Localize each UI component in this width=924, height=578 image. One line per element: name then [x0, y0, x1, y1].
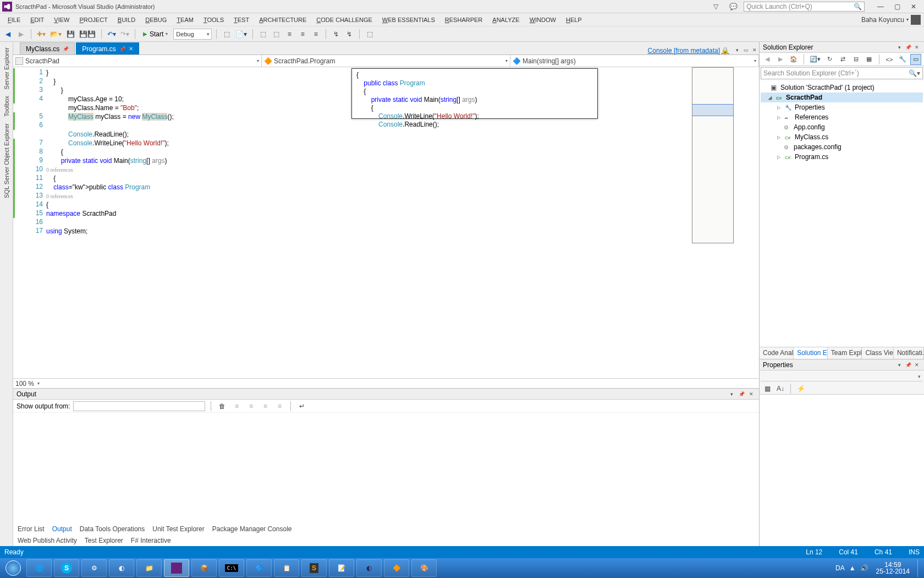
zoom-dropdown[interactable]: 100 % ▾	[13, 378, 759, 388]
nav-class-dropdown[interactable]: 🔶 ScracthPad.Program	[262, 55, 510, 67]
save-button[interactable]: 💾	[65, 29, 76, 40]
rtab-notifications[interactable]: Notificati...	[894, 347, 924, 359]
menu-help[interactable]: HELP	[562, 15, 586, 24]
solution-search-input[interactable]: Search Solution Explorer (Ctrl+´) 🔍▾	[761, 67, 923, 79]
scroll-minimap[interactable]	[692, 67, 734, 243]
output-btn-2[interactable]: ≡	[245, 401, 256, 412]
show-desktop-button[interactable]	[917, 559, 922, 577]
tab-program[interactable]: Program.cs 📌 ✕	[76, 42, 139, 54]
tab-error-list[interactable]: Error List	[18, 525, 45, 533]
se-dropdown-button[interactable]: ▾	[895, 43, 903, 51]
tree-references[interactable]: ▷ References	[761, 112, 923, 122]
taskbar-app-4[interactable]: 📋	[274, 559, 299, 577]
taskbar-app-1[interactable]: ⚙	[81, 559, 107, 577]
output-wrap-button[interactable]: ↵	[296, 401, 307, 412]
se-fwd-button[interactable]: ▶	[775, 54, 786, 65]
rtab-classview[interactable]: Class View	[862, 347, 893, 359]
close-button[interactable]: ✕	[905, 2, 922, 12]
taskbar-cmd[interactable]: C:\	[219, 559, 244, 577]
props-pin-button[interactable]: 📌	[904, 361, 912, 369]
tray-lang[interactable]: DA	[835, 564, 845, 572]
tb-icon-5[interactable]: ≡	[284, 29, 295, 40]
taskbar-app-3[interactable]: 🔷	[246, 559, 272, 577]
tree-properties[interactable]: ▷ Properties	[761, 102, 923, 112]
code-editor[interactable]: 1234567891011121314151617 } } } myClass.…	[13, 67, 759, 378]
se-collapse-button[interactable]: ⊟	[850, 54, 861, 65]
taskbar-app-2[interactable]: 📦	[191, 559, 217, 577]
start-button[interactable]	[2, 559, 24, 577]
taskbar-explorer[interactable]: 📁	[136, 559, 162, 577]
props-alpha-button[interactable]: A↓	[775, 383, 786, 394]
props-close-button[interactable]: ✕	[913, 361, 921, 369]
tab-test-explorer[interactable]: Test Explorer	[85, 537, 123, 544]
tree-packages[interactable]: packages.config	[761, 142, 923, 152]
tab-pkg-mgr[interactable]: Package Manager Console	[212, 525, 292, 533]
tab-data-tools[interactable]: Data Tools Operations	[80, 525, 145, 533]
output-pin-button[interactable]: 📌	[737, 390, 746, 399]
se-back-button[interactable]: ◀	[762, 54, 773, 65]
output-source-dropdown[interactable]	[73, 401, 205, 411]
config-dropdown[interactable]: Debug	[173, 29, 212, 40]
tb-icon-2[interactable]: 📄▾	[234, 29, 248, 40]
taskbar-skype[interactable]: S	[54, 559, 79, 577]
tb-icon-4[interactable]: ⬚	[271, 29, 282, 40]
menu-debug[interactable]: DEBUG	[141, 15, 171, 24]
nav-method-dropdown[interactable]: 🔷 Main(string[] args)	[510, 55, 759, 67]
output-clear-button[interactable]: 🗑	[217, 401, 228, 412]
keep-open-button[interactable]: ▭	[741, 46, 750, 54]
output-text-area[interactable]	[13, 413, 759, 523]
system-tray[interactable]: DA ▲ 🔊 14:59 25-12-2014	[835, 559, 922, 577]
close-metadata-button[interactable]: ✕	[750, 46, 759, 54]
menu-resharper[interactable]: RESHARPER	[441, 15, 487, 24]
se-scope-button[interactable]: 🔄▾	[809, 54, 822, 65]
menu-edit[interactable]: EDIT	[26, 15, 48, 24]
se-preview-button[interactable]: ▭	[910, 54, 921, 65]
feedback-speech-icon[interactable]: 💬	[726, 2, 740, 12]
close-tab-icon[interactable]: ✕	[129, 46, 133, 52]
se-code-button[interactable]: <>	[884, 54, 895, 65]
tray-volume-icon[interactable]: 🔊	[860, 564, 868, 572]
taskbar-sublime[interactable]: S	[301, 559, 327, 577]
tb-icon-6[interactable]: ≡	[297, 29, 308, 40]
menu-codechallenge[interactable]: CODE CHALLENGE	[312, 15, 376, 24]
taskbar-app-6[interactable]: 🔶	[384, 559, 409, 577]
taskbar-app-5[interactable]: 📝	[329, 559, 354, 577]
undo-button[interactable]: ↶▾	[106, 29, 117, 40]
side-tab-sql-explorer[interactable]: SQL Server Object Explorer	[2, 120, 11, 201]
tray-up-icon[interactable]: ▲	[849, 564, 856, 572]
tree-myclass[interactable]: ▷ MyClass.cs	[761, 132, 923, 142]
tab-myclass[interactable]: MyClass.cs 📌	[20, 42, 75, 54]
redo-button[interactable]: ↷▾	[119, 29, 130, 40]
taskbar-visualstudio[interactable]	[164, 559, 189, 577]
tb-icon-10[interactable]: ⬚	[364, 29, 375, 40]
metadata-link[interactable]: Console [from metadata] 🔒	[645, 47, 733, 54]
feedback-down-icon[interactable]: ▽	[708, 2, 723, 12]
menu-tools[interactable]: TOOLS	[199, 15, 228, 24]
tab-output[interactable]: Output	[52, 525, 72, 533]
menu-build[interactable]: BUILD	[113, 15, 140, 24]
menu-webessentials[interactable]: WEB ESSENTIALS	[378, 15, 439, 24]
tb-icon-1[interactable]: ⬚	[221, 29, 232, 40]
new-project-button[interactable]: ✚▾	[36, 29, 47, 40]
save-all-button[interactable]: 💾💾	[78, 29, 97, 40]
output-dropdown-button[interactable]: ▾	[727, 390, 736, 399]
menu-test[interactable]: TEST	[229, 15, 254, 24]
properties-grid[interactable]	[760, 395, 924, 546]
tray-clock[interactable]: 14:59 25-12-2014	[873, 561, 913, 575]
taskbar-steam[interactable]: ◐	[109, 559, 134, 577]
se-home-button[interactable]: 🏠	[788, 54, 799, 65]
tb-icon-9[interactable]: ↯	[344, 29, 355, 40]
restore-button[interactable]: ▢	[889, 2, 905, 12]
tab-overflow-button[interactable]: ▾	[733, 46, 741, 54]
signed-in-user[interactable]: Baha Koyuncu ▾	[861, 15, 921, 25]
open-file-button[interactable]: 📂▾	[49, 29, 63, 40]
quick-launch-input[interactable]: Quick Launch (Ctrl+Q) 🔍	[744, 2, 865, 12]
nav-back-button[interactable]: ◀	[2, 29, 13, 40]
solution-tree[interactable]: Solution 'ScracthPad' (1 project) ◢ Scra…	[760, 80, 924, 347]
nav-fwd-button[interactable]: ▶	[15, 29, 26, 40]
output-btn-4[interactable]: ≡	[274, 401, 285, 412]
menu-analyze[interactable]: ANALYZE	[488, 15, 524, 24]
pin-icon[interactable]: 📌	[63, 46, 69, 52]
pin-icon[interactable]: 📌	[119, 46, 125, 52]
menu-view[interactable]: VIEW	[50, 15, 74, 24]
